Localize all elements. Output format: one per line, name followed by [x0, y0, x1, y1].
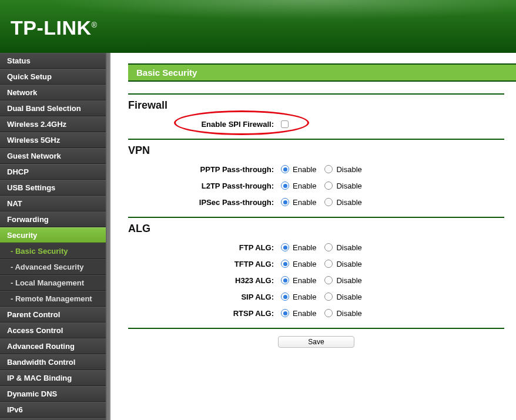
sidebar-item-security[interactable]: Security [0, 227, 106, 243]
sidebar-item-system-tools[interactable]: System Tools [0, 418, 106, 420]
alg-value: EnableDisable [281, 260, 368, 268]
sidebar-item-bandwidth-control[interactable]: Bandwidth Control [0, 354, 106, 370]
spi-firewall-row: Enable SPI Firewall: [128, 117, 504, 130]
sidebar-item-advanced-routing[interactable]: Advanced Routing [0, 338, 106, 354]
alg-row: SIP ALG:EnableDisable [128, 290, 504, 303]
alg-radio-disable[interactable] [324, 276, 333, 284]
sidebar-item-dhcp[interactable]: DHCP [0, 164, 106, 180]
firewall-section: Firewall Enable SPI Firewall: [128, 93, 504, 130]
sidebar-item-nat[interactable]: NAT [0, 196, 106, 211]
alg-radio-disable[interactable] [324, 243, 333, 251]
alg-value: EnableDisable [281, 293, 368, 301]
alg-radio-label-disable: Disable [336, 293, 361, 301]
vpn-value: EnableDisable [281, 198, 368, 207]
alg-radio-enable[interactable] [281, 243, 289, 251]
spi-firewall-checkbox[interactable] [281, 120, 289, 128]
alg-radio-enable[interactable] [281, 293, 289, 301]
alg-row: FTP ALG:EnableDisable [128, 241, 504, 254]
vpn-row: L2TP Passt-hrough:EnableDisable [128, 179, 504, 192]
page-title: Basic Security [128, 63, 516, 82]
save-button[interactable]: Save [278, 336, 354, 348]
alg-row: RTSP ALG:EnableDisable [128, 307, 504, 320]
sidebar-item-parent-control[interactable]: Parent Control [0, 307, 106, 322]
alg-value: EnableDisable [281, 309, 368, 318]
brand-text: TP-LINK [11, 16, 92, 39]
alg-heading: ALG [128, 223, 504, 235]
alg-label: TFTP ALG: [128, 260, 281, 268]
content: Basic Security Firewall Enable SPI Firew… [109, 53, 516, 420]
alg-radio-label-enable: Enable [293, 293, 316, 301]
alg-label: RTSP ALG: [128, 309, 281, 318]
alg-radio-enable[interactable] [281, 260, 289, 268]
vpn-radio-enable[interactable] [281, 165, 289, 173]
save-row: Save [128, 328, 504, 348]
sidebar-item-advanced-security[interactable]: - Advanced Security [0, 259, 106, 275]
vpn-value: EnableDisable [281, 182, 368, 190]
sidebar-item-access-control[interactable]: Access Control [0, 322, 106, 338]
alg-section: ALG FTP ALG:EnableDisableTFTP ALG:Enable… [128, 217, 504, 320]
vpn-heading: VPN [128, 145, 504, 157]
alg-radio-enable[interactable] [281, 309, 289, 317]
sidebar-item-dual-band-selection[interactable]: Dual Band Selection [0, 100, 106, 116]
alg-radio-label-enable: Enable [293, 276, 316, 285]
vpn-row: IPSec Pass-through:EnableDisable [128, 196, 504, 209]
sidebar-item-forwarding[interactable]: Forwarding [0, 211, 106, 227]
sidebar-item-dynamic-dns[interactable]: Dynamic DNS [0, 386, 106, 402]
sidebar-item-wireless-5ghz[interactable]: Wireless 5GHz [0, 132, 106, 148]
vpn-radio-label-disable: Disable [336, 182, 361, 190]
vpn-radio-label-disable: Disable [336, 198, 361, 207]
brand-logo: TP-LINK® [11, 16, 98, 39]
alg-radio-label-enable: Enable [293, 260, 316, 268]
vpn-section: VPN PPTP Pass-through:EnableDisableL2TP … [128, 139, 504, 209]
alg-row: H323 ALG:EnableDisable [128, 274, 504, 287]
alg-radio-label-disable: Disable [336, 260, 361, 268]
sidebar-item-guest-network[interactable]: Guest Network [0, 148, 106, 164]
vpn-radio-label-enable: Enable [293, 198, 316, 207]
alg-value: EnableDisable [281, 276, 368, 285]
vpn-label: PPTP Pass-through: [128, 165, 281, 174]
vpn-label: L2TP Passt-hrough: [128, 182, 281, 190]
vpn-radio-disable[interactable] [324, 182, 333, 190]
sidebar-item-ip-mac-binding[interactable]: IP & MAC Binding [0, 370, 106, 386]
spi-firewall-label: Enable SPI Firewall: [128, 120, 281, 129]
sidebar-item-wireless-2-4ghz[interactable]: Wireless 2.4GHz [0, 116, 106, 132]
vpn-radio-enable[interactable] [281, 182, 289, 190]
alg-label: SIP ALG: [128, 293, 281, 301]
registered-icon: ® [92, 21, 98, 29]
alg-radio-disable[interactable] [324, 309, 333, 317]
alg-radio-disable[interactable] [324, 293, 333, 301]
alg-radio-label-disable: Disable [336, 309, 361, 318]
alg-radio-disable[interactable] [324, 260, 333, 268]
sidebar-item-status[interactable]: Status [0, 53, 106, 69]
sidebar-item-usb-settings[interactable]: USB Settings [0, 180, 106, 196]
main-layout: StatusQuick SetupNetworkDual Band Select… [0, 53, 516, 420]
alg-radio-label-disable: Disable [336, 243, 361, 252]
alg-radio-label-enable: Enable [293, 243, 316, 252]
vpn-row: PPTP Pass-through:EnableDisable [128, 163, 504, 176]
alg-label: FTP ALG: [128, 243, 281, 252]
alg-row: TFTP ALG:EnableDisable [128, 257, 504, 270]
vpn-radio-enable[interactable] [281, 198, 289, 206]
alg-radio-label-disable: Disable [336, 276, 361, 285]
alg-label: H323 ALG: [128, 276, 281, 285]
alg-radio-enable[interactable] [281, 276, 289, 284]
sidebar-item-ipv6[interactable]: IPv6 [0, 402, 106, 418]
vpn-radio-label-disable: Disable [336, 165, 361, 174]
vpn-radio-disable[interactable] [324, 165, 333, 173]
firewall-heading: Firewall [128, 99, 504, 112]
sidebar-item-basic-security[interactable]: - Basic Security [0, 243, 106, 259]
vpn-radio-label-enable: Enable [293, 182, 316, 190]
vpn-radio-disable[interactable] [324, 198, 333, 206]
sidebar: StatusQuick SetupNetworkDual Band Select… [0, 53, 107, 420]
alg-value: EnableDisable [281, 243, 368, 252]
alg-radio-label-enable: Enable [293, 309, 316, 318]
sidebar-item-remote-management[interactable]: - Remote Management [0, 291, 106, 307]
vpn-label: IPSec Pass-through: [128, 198, 281, 207]
sidebar-item-quick-setup[interactable]: Quick Setup [0, 69, 106, 85]
sidebar-item-local-management[interactable]: - Local Management [0, 275, 106, 291]
header: TP-LINK® [0, 0, 516, 53]
sidebar-item-network[interactable]: Network [0, 85, 106, 100]
vpn-value: EnableDisable [281, 165, 368, 174]
vpn-radio-label-enable: Enable [293, 165, 316, 174]
